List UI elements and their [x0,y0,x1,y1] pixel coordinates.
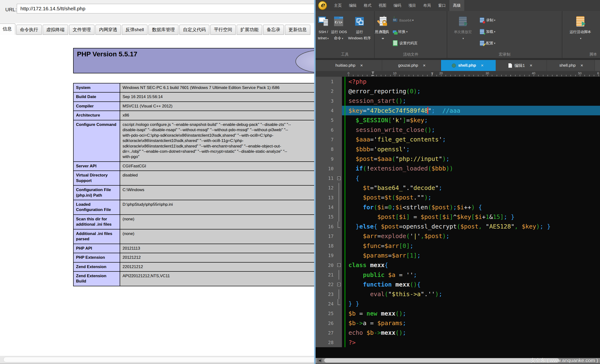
close-icon[interactable]: × [579,63,584,68]
code-token: $post [424,233,442,240]
menu-tab-6[interactable]: 项目 [405,0,420,11]
ribbon-small-button[interactable]: 加载▾ [478,26,496,37]
doc-tab-4[interactable]: 编辑1× [496,60,547,71]
fold-collapse-icon[interactable]: − [337,283,341,286]
code-text: public $a = ''; [348,270,600,280]
menu-tab-4[interactable]: 视图 [375,0,390,11]
fold-marker[interactable] [336,222,342,231]
ribbon-button[interactable]: 运行 DOS命令▾ [331,13,346,50]
code-line: 18 $func=$arr[0]; [316,241,600,251]
fold-marker[interactable] [336,202,342,212]
close-icon[interactable]: × [422,63,427,68]
webshell-manager-window: URL: 信息命令执行虚拟终端文件管理内网穿透反弹shell数据库管理自定义代码… [0,0,318,364]
code-token: () [395,97,403,104]
left-tab-3[interactable]: 虚拟终端 [43,25,68,35]
code-token: openssl_decrypt [403,223,457,230]
doc-tab-5[interactable]: shell.php× [547,60,595,71]
doc-tab-1[interactable]: huitiao.php× [316,60,382,71]
margin-line [342,106,348,115]
left-tab-4[interactable]: 文件管理 [69,25,94,35]
editor-scrollbar-handle[interactable] [324,358,559,363]
code-token: ) [471,204,475,211]
fold-marker[interactable] [336,193,342,202]
fold-marker[interactable] [336,183,342,193]
ribbon-button[interactable]: 运行活动脚本▾ [562,13,598,50]
code-token: ) [413,88,417,95]
menu-tab-2[interactable]: 编辑 [345,0,360,11]
menu-tab-9[interactable]: 高级 [450,0,464,11]
left-scrollbar-handle[interactable] [3,357,318,362]
menu-tab-5[interactable]: 编码 [390,0,405,11]
info-value: D:\phpStudy\php55n\php.ini [120,200,318,215]
info-value: C:\Windows [120,185,318,200]
ribbon-small-button[interactable]: 录制▾ [478,14,496,26]
left-tab-10[interactable]: 扩展功能 [237,25,262,35]
doc-tab-label: shell.php [458,63,476,68]
margin-line [342,173,348,183]
close-icon[interactable]: × [528,63,534,68]
menu-tab-1[interactable]: 主页 [330,0,345,11]
fold-marker[interactable] [336,212,342,222]
code-line: 2@error_reporting(0); [316,86,600,96]
line-number: 16 [316,222,336,231]
doc-tab-3[interactable]: shell.php× [441,60,496,71]
fold-marker[interactable] [336,289,342,299]
scroll-left-icon[interactable]: ◀ [317,358,322,363]
editor-horizontal-scrollbar[interactable]: ◀ 安全客 ( www.anquanke.com ) [316,358,600,363]
fold-collapse-icon[interactable]: − [337,177,341,180]
fold-marker[interactable]: − [336,280,342,289]
ribbon-button[interactable]: SSH /telnet▾ [316,13,331,50]
code-token: ; [453,204,457,211]
ribbon-small-label: 配置 [486,41,493,46]
ribbon-small-button[interactable]: 转换▾ [391,26,418,37]
line-number: 15 [316,212,336,222]
menu-tab-8[interactable]: 窗口 [434,0,450,11]
left-tab-8[interactable]: 自定义代码 [179,25,209,35]
menu-tab-3[interactable]: 格式 [360,0,375,11]
fold-collapse-icon[interactable]: − [337,263,341,267]
code-text: eval("$this->a".''); [348,289,600,299]
ribbon-small-column: 录制▾加载▾配置▾ [478,13,496,49]
left-tab-12[interactable]: 更新信息 [285,25,310,35]
line-number: 20 [316,261,336,270]
code-token: ( [457,223,460,230]
ribbon-small-button[interactable]: 配置▾ [478,37,496,49]
code-editing-area[interactable]: 1<?php2@error_reporting(0);3session_star… [316,77,600,358]
code-token: ; [424,117,428,124]
menu-tab-7[interactable]: 布局 [420,0,434,11]
ribbon-button[interactable]: 单次播放宏▾ [447,13,478,50]
code-line: 10 if(!extension_loaded($bbb)) [316,164,600,173]
code-token: $t [363,184,370,191]
info-table-row: CompilerMSVC11 (Visual C++ 2012) [73,102,318,111]
code-token: session_start [348,97,395,104]
ribbon-small-label: 转换 [398,29,405,34]
code-token: $aaa [377,155,392,162]
left-tab-9[interactable]: 平行空间 [210,25,236,35]
ribbon-small-button[interactable]: 设置代码页 [391,37,418,49]
code-line: 20−class mexx{ [316,261,600,270]
close-icon[interactable]: × [479,63,485,68]
ribbon-button[interactable]: 运行Windows 程序 [346,13,373,50]
url-input[interactable] [17,4,357,13]
left-tab-11[interactable]: 备忘录 [263,25,284,35]
left-horizontal-scrollbar[interactable] [0,356,318,363]
fold-marker[interactable]: − [336,173,342,183]
fold-marker[interactable] [336,270,342,280]
fold-marker[interactable]: − [336,261,342,270]
left-tab-5[interactable]: 内网穿透 [95,25,121,35]
left-tab-7[interactable]: 数据库管理 [149,25,178,35]
ribbon-button[interactable]: 加密▾ [375,13,391,50]
line-number: 28 [316,338,336,347]
close-icon[interactable]: × [359,63,364,68]
ribbon-small-button[interactable]: Base64▾ [391,14,418,26]
fold-marker[interactable] [336,299,342,309]
left-tab-2[interactable]: 命令执行 [16,25,42,35]
fold-gutter [336,135,342,144]
doc-tab-2[interactable]: gouzai.php× [382,60,441,71]
left-tab-6[interactable]: 反弹shell [122,25,148,35]
code-token: $params [363,252,388,259]
code-token: mexx [377,310,395,317]
code-token: " [482,223,489,230]
left-tab-1[interactable]: 信息 [0,24,15,35]
info-value: 20121113 [120,244,318,253]
